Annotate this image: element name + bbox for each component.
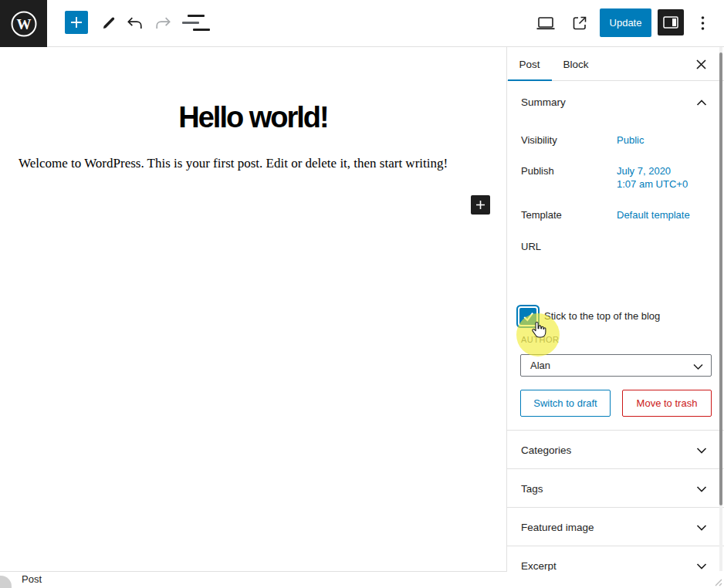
editor-canvas: Hello world! Welcome to WordPress. This … xyxy=(0,47,507,571)
author-label: AUTHOR xyxy=(521,335,559,344)
sidebar-panel-icon xyxy=(663,16,678,29)
block-inserter-toggle-button[interactable] xyxy=(65,11,88,34)
categories-panel-header[interactable]: Categories xyxy=(507,430,724,468)
settings-sidebar: Post Block Summary Visibility Public Pub… xyxy=(507,47,724,588)
checkmark-icon xyxy=(522,310,535,323)
external-link-icon xyxy=(570,14,589,32)
footer-divider xyxy=(0,571,507,572)
close-icon xyxy=(695,59,707,70)
breadcrumb-post[interactable]: Post xyxy=(22,573,42,585)
editor-topbar: W xyxy=(0,0,724,47)
sidebar-tabs: Post Block xyxy=(507,47,724,81)
update-button[interactable]: Update xyxy=(600,8,651,37)
publish-date: July 7, 2020 xyxy=(617,165,671,177)
plus-icon xyxy=(69,15,83,29)
tab-block[interactable]: Block xyxy=(552,47,600,81)
categories-panel-title: Categories xyxy=(521,444,571,456)
excerpt-panel-title: Excerpt xyxy=(521,560,557,572)
publish-value-link[interactable]: July 7, 20201:07 am UTC+0 xyxy=(617,165,688,191)
visibility-label: Visibility xyxy=(521,134,557,146)
close-sidebar-button[interactable] xyxy=(693,56,709,72)
chevron-down-icon xyxy=(696,563,707,570)
move-to-trash-button[interactable]: Move to trash xyxy=(622,390,712,417)
redo-icon xyxy=(154,17,171,29)
sidebar-scrollbar-thumb[interactable] xyxy=(719,52,722,505)
chevron-up-icon xyxy=(696,99,707,106)
options-menu-button[interactable] xyxy=(694,14,711,32)
template-value-link[interactable]: Default template xyxy=(617,209,690,221)
template-label: Template xyxy=(521,209,562,221)
wordpress-editor: W xyxy=(0,0,724,588)
featured-image-panel-title: Featured image xyxy=(521,522,594,533)
editor-footer: Post xyxy=(0,571,724,588)
chevron-down-icon xyxy=(696,524,707,532)
summary-panel-header[interactable]: Summary xyxy=(507,81,724,122)
author-select[interactable]: Alan xyxy=(520,354,712,377)
list-view-icon xyxy=(182,22,199,24)
undo-button[interactable] xyxy=(126,14,144,32)
summary-panel-title: Summary xyxy=(521,96,566,108)
kebab-menu-icon xyxy=(701,15,705,31)
svg-text:W: W xyxy=(16,15,31,32)
featured-image-panel-header[interactable]: Featured image xyxy=(507,507,724,546)
laptop-icon xyxy=(536,14,556,32)
chevron-down-icon xyxy=(693,363,703,370)
tags-panel-title: Tags xyxy=(521,483,543,495)
undo-icon xyxy=(127,17,144,29)
add-block-button[interactable] xyxy=(471,195,490,215)
preview-button[interactable] xyxy=(536,14,556,32)
settings-sidebar-toggle[interactable] xyxy=(658,9,684,35)
redo-button-disabled[interactable] xyxy=(154,14,172,32)
author-select-value: Alan xyxy=(530,360,550,371)
sticky-checkbox-checked[interactable] xyxy=(519,308,536,325)
pencil-icon xyxy=(101,15,117,31)
resize-grip-icon[interactable] xyxy=(713,577,722,586)
visibility-value-link[interactable]: Public xyxy=(617,134,644,146)
plus-icon xyxy=(475,199,486,211)
list-view-icon xyxy=(193,29,210,31)
view-post-button[interactable] xyxy=(570,14,590,32)
sticky-checkbox-label[interactable]: Stick to the top of the blog xyxy=(544,310,675,323)
tags-panel-header[interactable]: Tags xyxy=(507,468,724,507)
wordpress-logo-icon: W xyxy=(8,8,39,39)
tab-post[interactable]: Post xyxy=(507,47,552,81)
publish-time: 1:07 am UTC+0 xyxy=(617,178,688,190)
chevron-down-icon xyxy=(696,485,707,493)
list-view-icon xyxy=(188,15,205,17)
wordpress-logo[interactable]: W xyxy=(0,0,47,47)
edit-tool-button[interactable] xyxy=(100,14,118,32)
post-paragraph[interactable]: Welcome to WordPress. This is your first… xyxy=(19,156,448,171)
list-view-button[interactable] xyxy=(182,13,211,33)
post-title[interactable]: Hello world! xyxy=(0,101,506,134)
switch-to-draft-button[interactable]: Switch to draft xyxy=(520,390,611,417)
chevron-down-icon xyxy=(696,447,707,455)
publish-label: Publish xyxy=(521,165,554,177)
url-label: URL xyxy=(521,241,541,252)
